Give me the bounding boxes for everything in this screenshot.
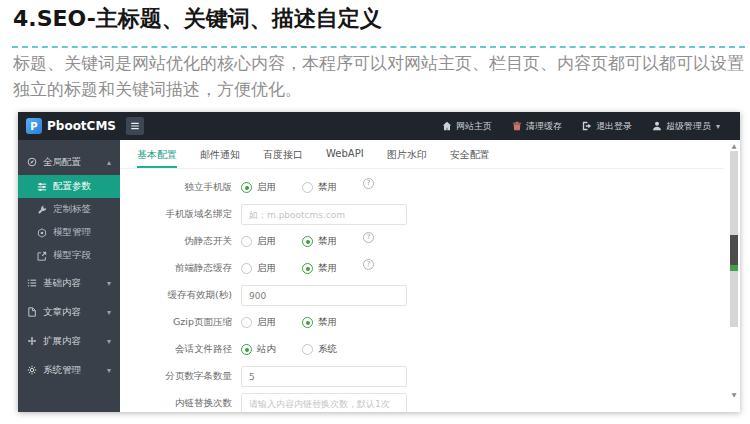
form-row: 缓存有效期(秒): [120, 282, 740, 309]
radio-option[interactable]: 启用: [241, 316, 276, 329]
radio-option[interactable]: 禁用: [302, 235, 337, 248]
radio-option[interactable]: 启用: [241, 262, 276, 275]
nav-item-trash[interactable]: 清理缓存: [502, 120, 572, 133]
form-row: 独立手机版 启用 禁用 ?: [120, 174, 740, 201]
radio-option[interactable]: 系统: [302, 343, 337, 356]
radio-option[interactable]: 站内: [241, 343, 276, 356]
content-area: 基本配置 邮件通知 百度接口 WebAPI 图片水印 安全配置 独立手机版 启用…: [120, 140, 740, 412]
sidebar-item-label: 基础内容: [43, 277, 81, 290]
field-label: 内链替换次数: [120, 397, 232, 410]
tab-4[interactable]: 图片水印: [387, 148, 427, 168]
sidebar-item-label: 定制标签: [53, 203, 91, 216]
title-divider: [12, 46, 745, 48]
radio-icon: [241, 344, 252, 355]
tab-0[interactable]: 基本配置: [137, 148, 177, 168]
sidebar-item-label: 文章内容: [43, 306, 81, 319]
brand-name: PbootCMS: [47, 119, 116, 133]
radio-label: 启用: [257, 235, 276, 248]
form-row: 前端静态缓存 启用 禁用 ?: [120, 255, 740, 282]
sidebar: 全局配置 ▴ 配置参数 定制标签 模型管理 模型字段 基础内容 ▾ 文章内容 ▾…: [18, 140, 120, 412]
form-row: 内链替换次数: [120, 390, 740, 412]
scrollbar-thumb[interactable]: [730, 235, 738, 271]
radio-label: 启用: [257, 262, 276, 275]
radio-label: 系统: [318, 343, 337, 356]
sidebar-item-label: 模型管理: [53, 226, 91, 239]
radio-icon: [241, 236, 252, 247]
radio-icon: [302, 182, 313, 193]
tab-bar: 基本配置 邮件通知 百度接口 WebAPI 图片水印 安全配置: [120, 140, 724, 169]
field-label: 手机版域名绑定: [120, 208, 232, 221]
menu-toggle-button[interactable]: [126, 117, 144, 135]
caret-icon: ▴: [107, 158, 111, 167]
radio-icon: [302, 344, 313, 355]
scrollbar-track[interactable]: [730, 151, 738, 327]
page-description: 标题、关键词是网站优化的核心内容，本程序可以对网站主页、栏目页、内容页都可以都可…: [13, 51, 747, 102]
list-icon: [27, 278, 37, 288]
radio-label: 禁用: [318, 181, 337, 194]
home-icon: [442, 121, 452, 131]
radio-icon: [302, 317, 313, 328]
radio-label: 启用: [257, 316, 276, 329]
nav-item-signout[interactable]: 退出登录: [572, 120, 642, 133]
nav-item-user[interactable]: 超级管理员 ▾: [642, 120, 730, 133]
topnav: 网站主页 清理缓存 退出登录 超级管理员 ▾: [432, 120, 740, 133]
radio-icon: [241, 263, 252, 274]
scroll-down-arrow-icon[interactable]: ▼: [729, 392, 739, 398]
scrollbar[interactable]: ▲ ▼: [729, 142, 739, 410]
nav-item-home[interactable]: 网站主页: [432, 120, 502, 133]
form-input-7[interactable]: [241, 366, 407, 387]
sidebar-item-external[interactable]: 模型字段: [18, 244, 120, 267]
radio-icon: [241, 317, 252, 328]
sidebar-item-label: 模型字段: [53, 249, 91, 262]
sidebar-item-nut[interactable]: 模型管理: [18, 221, 120, 244]
field-label: 会话文件路径: [120, 343, 232, 356]
field-label: 独立手机版: [120, 181, 232, 194]
sidebar-item-label: 扩展内容: [43, 335, 81, 348]
scroll-up-arrow-icon[interactable]: ▲: [729, 143, 739, 149]
sidebar-item-compass[interactable]: 全局配置 ▴: [18, 149, 120, 175]
admin-panel: P PbootCMS 网站主页 清理缓存 退出登录 超级管理员 ▾ 全局配置 ▴…: [18, 112, 740, 412]
form-row: 手机版域名绑定: [120, 201, 740, 228]
brand[interactable]: P PbootCMS: [18, 118, 124, 134]
form-input-1[interactable]: [241, 204, 407, 225]
radio-option[interactable]: 启用: [241, 181, 276, 194]
sidebar-item-file[interactable]: 文章内容 ▾: [18, 299, 120, 325]
field-label: Gzip页面压缩: [120, 316, 232, 329]
gear-icon: [27, 365, 37, 375]
tab-5[interactable]: 安全配置: [450, 148, 490, 168]
sidebar-item-list[interactable]: 基础内容 ▾: [18, 270, 120, 296]
tab-3[interactable]: WebAPI: [326, 148, 364, 168]
caret-icon: ▾: [107, 279, 111, 288]
radio-icon: [241, 182, 252, 193]
tab-2[interactable]: 百度接口: [263, 148, 303, 168]
field-label: 缓存有效期(秒): [120, 289, 232, 302]
trash-icon: [512, 121, 522, 131]
sidebar-item-gear[interactable]: 系统管理 ▾: [18, 357, 120, 383]
radio-option[interactable]: 禁用: [302, 181, 337, 194]
form-row: 会话文件路径 站内 系统: [120, 336, 740, 363]
sidebar-item-wrench[interactable]: 定制标签: [18, 198, 120, 221]
field-label: 分页数字条数量: [120, 370, 232, 383]
sidebar-item-sliders[interactable]: 配置参数: [18, 175, 120, 198]
sidebar-item-label: 全局配置: [43, 156, 81, 169]
form-input-8[interactable]: [241, 393, 407, 412]
tab-1[interactable]: 邮件通知: [200, 148, 240, 168]
caret-icon: ▾: [107, 337, 111, 346]
radio-label: 禁用: [318, 235, 337, 248]
caret-icon: ▾: [107, 366, 111, 375]
help-icon[interactable]: ?: [363, 178, 374, 189]
radio-option[interactable]: 禁用: [302, 316, 337, 329]
form-input-4[interactable]: [241, 285, 407, 306]
sidebar-item-expand[interactable]: 扩展内容 ▾: [18, 328, 120, 354]
config-form: 独立手机版 启用 禁用 ? 手机版域名绑定 伪静态开关 启用 禁用 ? 前端静态…: [120, 169, 740, 412]
radio-option[interactable]: 禁用: [302, 262, 337, 275]
radio-option[interactable]: 启用: [241, 235, 276, 248]
admin-navbar: P PbootCMS 网站主页 清理缓存 退出登录 超级管理员 ▾: [18, 112, 740, 140]
page-title: 4.SEO-主标题、关键词、描述自定义: [13, 4, 382, 34]
menu-icon: [130, 121, 140, 131]
form-row: 伪静态开关 启用 禁用 ?: [120, 228, 740, 255]
help-icon[interactable]: ?: [363, 232, 374, 243]
form-row: 分页数字条数量: [120, 363, 740, 390]
field-label: 伪静态开关: [120, 235, 232, 248]
help-icon[interactable]: ?: [363, 259, 374, 270]
